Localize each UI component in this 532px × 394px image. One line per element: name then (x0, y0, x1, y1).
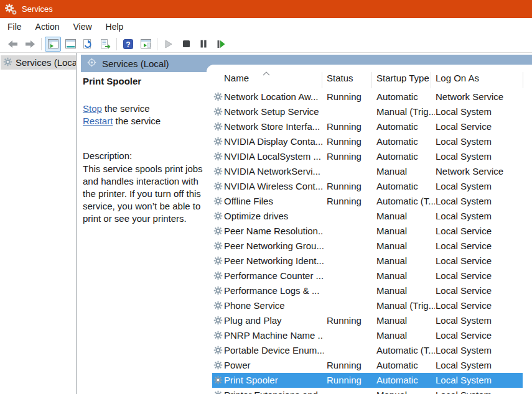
table-row[interactable]: Portable Device Enum...Automatic (T...Lo… (212, 343, 523, 358)
help-button[interactable]: ? (120, 37, 136, 52)
column-header-name[interactable]: Name (224, 73, 249, 83)
table-row[interactable]: Peer Name Resolution...ManualLocal Servi… (212, 224, 523, 239)
service-log-on-as: Local Service (436, 328, 521, 343)
service-startup-type: Automatic (376, 89, 435, 104)
column-header-startup-type[interactable]: Startup Type (376, 73, 429, 83)
service-log-on-as: Local System (436, 343, 521, 358)
properties-window-icon (65, 39, 76, 48)
service-startup-type: Manual (376, 388, 435, 394)
restart-service-button[interactable] (213, 37, 229, 52)
service-log-on-as: Local Service (436, 283, 521, 298)
menu-view[interactable]: View (66, 19, 98, 34)
service-status (327, 328, 375, 343)
table-row[interactable]: Peer Networking Grou...ManualLocal Servi… (212, 239, 523, 254)
column-header-log-on-as[interactable]: Log On As (436, 73, 479, 83)
menu-file[interactable]: File (1, 19, 29, 34)
table-row[interactable]: Print SpoolerRunningAutomaticLocal Syste… (212, 373, 523, 388)
service-name: Portable Device Enum... (224, 343, 324, 358)
service-log-on-as: Local System (436, 149, 521, 164)
service-status: Running (327, 89, 375, 104)
menu-bar: File Action View Help (0, 18, 532, 35)
service-status: Running (327, 373, 375, 388)
table-row[interactable]: Performance Counter ...ManualLocal Servi… (212, 268, 523, 283)
table-row[interactable]: NVIDIA NetworkServi...ManualNetwork Serv… (212, 164, 523, 179)
view-header-label: Services (Local) (102, 58, 169, 69)
service-status: Running (327, 119, 375, 134)
restart-service-link[interactable]: Restart (83, 116, 113, 126)
service-gear-icon (3, 57, 12, 68)
table-row[interactable]: Peer Networking Ident...ManualLocal Serv… (212, 254, 523, 268)
service-name: NVIDIA Display Conta... (224, 134, 324, 149)
service-log-on-as: Local Service (436, 254, 521, 268)
table-row[interactable]: Optimize drivesManualLocal System (212, 209, 523, 224)
service-name: Network Location Aw... (224, 89, 324, 104)
show-action-pane-button[interactable] (138, 37, 154, 52)
service-log-on-as: Local System (436, 313, 521, 328)
extended-detail-pane: Print Spooler Stop the service Restart t… (81, 72, 207, 394)
menu-help[interactable]: Help (99, 19, 131, 34)
table-row[interactable]: Printer Extensions and...ManualLocal Sys… (212, 388, 523, 394)
table-row[interactable]: PNRP Machine Name ...ManualLocal Service (212, 328, 523, 343)
services-window: Services File Action View Help (0, 0, 532, 394)
service-startup-type: Automatic (376, 119, 435, 134)
service-gear-icon (213, 226, 223, 236)
forward-arrow-icon (25, 40, 35, 48)
service-status: Running (327, 149, 375, 164)
start-service-button[interactable] (161, 37, 177, 52)
service-startup-type: Manual (Trig... (376, 298, 435, 313)
back-button[interactable] (4, 37, 21, 52)
table-row[interactable]: NVIDIA Display Conta...RunningAutomaticL… (212, 134, 523, 149)
service-gear-icon (213, 390, 223, 394)
forward-button[interactable] (22, 37, 38, 52)
column-header-status[interactable]: Status (327, 73, 353, 83)
table-row[interactable]: Network Location Aw...RunningAutomaticNe… (212, 89, 523, 104)
service-log-on-as: Local System (436, 194, 521, 209)
service-name: Power (224, 358, 324, 373)
column-divider[interactable] (523, 72, 523, 88)
service-status (327, 239, 375, 254)
table-row[interactable]: NVIDIA LocalSystem ...RunningAutomaticLo… (212, 149, 523, 164)
table-row[interactable]: Network Setup ServiceManual (Trig...Loca… (212, 104, 523, 119)
table-row[interactable]: NVIDIA Wireless Cont...RunningAutomaticL… (212, 179, 523, 194)
service-log-on-as: Network Service (436, 164, 521, 179)
service-gear-icon (213, 167, 223, 176)
service-startup-type: Manual (376, 239, 435, 254)
restart-service-line: Restart the service (83, 116, 161, 126)
table-row[interactable]: Phone ServiceManual (Trig...Local Servic… (212, 298, 523, 313)
table-row[interactable]: Network Store Interfa...RunningAutomatic… (212, 119, 523, 134)
service-gear-icon (213, 256, 223, 266)
service-log-on-as: Local Service (436, 119, 521, 134)
action-pane-icon (141, 39, 151, 48)
stop-service-link[interactable]: Stop (83, 103, 102, 114)
tree-item-label: Services (Loca (16, 57, 76, 68)
column-divider[interactable] (431, 72, 431, 88)
refresh-button[interactable] (80, 37, 96, 52)
list-header-row: Name Status Startup Type Log On As (207, 65, 532, 89)
selected-service-title: Print Spooler (83, 76, 141, 86)
show-console-tree-button[interactable] (45, 37, 61, 52)
column-divider[interactable] (371, 72, 372, 88)
table-row[interactable]: PowerRunningAutomaticLocal System (212, 358, 523, 373)
column-divider[interactable] (322, 72, 322, 88)
restart-link-suffix: the service (113, 116, 161, 126)
service-gear-icon (213, 286, 223, 296)
service-startup-type: Manual (376, 328, 435, 343)
menu-action[interactable]: Action (29, 19, 67, 34)
service-name: Plug and Play (224, 313, 324, 328)
service-startup-type: Automatic (376, 358, 435, 373)
table-row[interactable]: Plug and PlayRunningManualLocal System (212, 313, 523, 328)
service-log-on-as: Local System (436, 209, 521, 224)
service-status (327, 268, 375, 283)
pause-service-button[interactable] (195, 37, 212, 52)
tree-item-services-local[interactable]: Services (Loca (1, 55, 76, 70)
table-row[interactable]: Performance Logs & ...ManualLocal Servic… (212, 283, 523, 298)
table-row[interactable]: Offline FilesRunningAutomatic (T...Local… (212, 194, 523, 209)
export-list-button[interactable] (97, 37, 113, 52)
service-gear-icon (213, 152, 223, 162)
service-startup-type: Manual (376, 283, 435, 298)
service-name: NVIDIA NetworkServi... (224, 164, 324, 179)
properties-button[interactable] (62, 37, 78, 52)
service-name: PNRP Machine Name ... (224, 328, 324, 343)
service-startup-type: Automatic (T... (376, 194, 435, 209)
stop-service-button[interactable] (178, 37, 194, 52)
